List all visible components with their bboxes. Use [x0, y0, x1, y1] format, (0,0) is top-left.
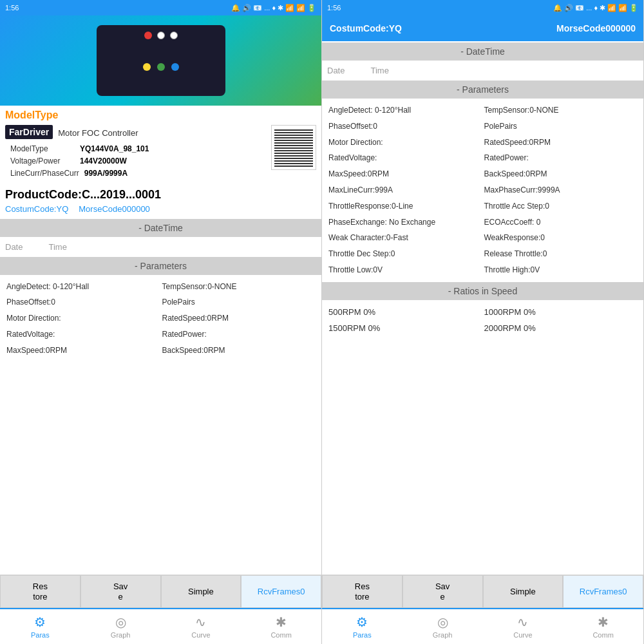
- save-btn-right[interactable]: Sav e: [402, 575, 483, 608]
- ratios-grid-right: 500RPM 0% 1000RPM 0% 1500RPM 0% 2000RPM …: [322, 301, 643, 339]
- graph-icon-right: ◎: [437, 614, 448, 630]
- left-status-icons: 🔔🔊📧... ♦✱📶📶🔋: [231, 4, 316, 12]
- date-label-right: Date: [327, 66, 345, 75]
- nav-paras-label-left: Paras: [31, 631, 50, 639]
- qr-code: [271, 125, 316, 170]
- param-cell: Release Throttle:0: [483, 246, 639, 262]
- gear-icon-left: ⚙: [34, 614, 46, 630]
- param-cell: RatedPower:: [483, 150, 639, 166]
- left-scroll-content[interactable]: ModelType FarDriver Motor FOC Controller…: [0, 106, 321, 574]
- parameters-section-left: - Parameters: [0, 257, 321, 275]
- custom-code-right: CostumCode:YQ: [330, 23, 402, 33]
- param-cell: PhaseOffset:0: [5, 294, 161, 310]
- nav-comm-label-right: Comm: [592, 631, 613, 639]
- brand-desc: Motor FOC Controller: [58, 126, 138, 138]
- param-cell: Throttle Dec Step:0: [327, 246, 483, 262]
- nav-paras-right[interactable]: ⚙ Paras: [322, 609, 402, 644]
- param-cell: MaxLineCurr:999A: [327, 182, 483, 198]
- ratio-cell: 500RPM 0%: [327, 304, 483, 320]
- nav-comm-right[interactable]: ✱ Comm: [563, 609, 643, 644]
- left-bottom-toolbar: Res tore Sav e Simple RcvFrames0: [0, 574, 321, 608]
- right-status-bar: 1:56 🔔🔊📧... ♦✱📶📶🔋: [322, 0, 643, 15]
- model-type-label: ModelType: [0, 106, 321, 122]
- nav-graph-label-right: Graph: [433, 631, 453, 639]
- nav-paras-left[interactable]: ⚙ Paras: [0, 609, 80, 644]
- parameters-section-right: - Parameters: [322, 80, 643, 99]
- param-cell: PhaseOffset:0: [327, 118, 483, 135]
- right-bottom-nav: ⚙ Paras ◎ Graph ∿ Curve ✱ Comm: [322, 608, 643, 644]
- left-bottom-nav: ⚙ Paras ◎ Graph ∿ Curve ✱ Comm: [0, 608, 321, 644]
- nav-curve-label-left: Curve: [191, 631, 210, 639]
- restore-btn-left[interactable]: Res tore: [0, 575, 80, 608]
- dot-white2: [170, 32, 178, 39]
- dot-red: [144, 32, 152, 39]
- param-cell: WeakResponse:0: [483, 230, 639, 246]
- param-cell: RatedSpeed:0RPM: [161, 310, 317, 327]
- nav-curve-label-right: Curve: [513, 631, 532, 639]
- right-header: CostumCode:YQ MorseCode000000: [322, 15, 643, 41]
- param-cell: MaxSpeed:0RPM: [327, 166, 483, 182]
- param-cell: PolePairs: [483, 118, 639, 135]
- nav-comm-label-left: Comm: [270, 631, 291, 639]
- date-time-row-left: Date Time: [0, 238, 321, 256]
- param-cell: MaxSpeed:0RPM: [5, 343, 161, 359]
- nav-paras-label-right: Paras: [353, 631, 372, 639]
- left-panel: 1:56 🔔🔊📧... ♦✱📶📶🔋 ModelType: [0, 0, 322, 644]
- nav-curve-left[interactable]: ∿ Curve: [161, 609, 242, 644]
- save-btn-left[interactable]: Sav e: [80, 575, 161, 608]
- curve-icon-right: ∿: [517, 614, 528, 630]
- graph-icon-left: ◎: [115, 614, 126, 630]
- ratio-cell: 1500RPM 0%: [327, 320, 483, 336]
- nav-graph-right[interactable]: ◎ Graph: [402, 609, 483, 644]
- restore-btn-right[interactable]: Res tore: [322, 575, 402, 608]
- param-cell: RatedSpeed:0RPM: [483, 135, 639, 151]
- morse-code-right: MorseCode000000: [556, 23, 636, 33]
- dot-blue: [171, 63, 179, 71]
- param-cell: PhaseExchange: No Exchange: [327, 214, 483, 231]
- param-cell: RatedVoltage:: [5, 327, 161, 343]
- date-label-left: Date: [5, 242, 23, 252]
- right-time: 1:56: [327, 4, 341, 12]
- bluetooth-icon-left: ✱: [276, 614, 287, 630]
- param-cell: BackSpeed:0RPM: [483, 166, 639, 182]
- param-cell: Throttle Low:0V: [327, 262, 483, 278]
- param-cell: RatedVoltage:: [327, 150, 483, 166]
- product-code: ProductCode:C...2019...0001: [0, 184, 321, 203]
- bluetooth-icon-right: ✱: [598, 614, 609, 630]
- params-grid-left: AngleDetect: 0-120°Hall TempSensor:0-NON…: [0, 276, 321, 361]
- nav-comm-left[interactable]: ✱ Comm: [241, 609, 321, 644]
- ratios-section-right: - Ratios in Speed: [322, 282, 643, 300]
- brand-box: FarDriver: [5, 125, 53, 139]
- right-scroll-content[interactable]: - DateTime Date Time - Parameters AngleD…: [322, 41, 643, 574]
- param-cell: AngleDetect: 0-120°Hall: [327, 102, 483, 118]
- nav-curve-right[interactable]: ∿ Curve: [483, 609, 564, 644]
- dot-yellow: [143, 63, 151, 71]
- nav-graph-label-left: Graph: [111, 631, 131, 639]
- morse-code-left: MorseCode000000: [79, 204, 150, 214]
- device-image: [97, 25, 225, 96]
- dot-green: [157, 63, 165, 71]
- qr-inner: [274, 128, 313, 167]
- simple-btn-left[interactable]: Simple: [161, 575, 242, 608]
- datetime-section-left: - DateTime: [0, 219, 321, 237]
- param-cell: BackSpeed:0RPM: [161, 343, 317, 359]
- dot-white: [157, 32, 165, 39]
- param-cell: PolePairs: [161, 294, 317, 310]
- connector-dots: [144, 32, 178, 39]
- params-grid-right: AngleDetect: 0-120°Hall TempSensor:0-NON…: [322, 100, 643, 281]
- simple-btn-right[interactable]: Simple: [483, 575, 564, 608]
- param-cell: Throttle High:0V: [483, 262, 639, 278]
- param-cell: MaxPhaseCurr:9999A: [483, 182, 639, 198]
- time-label-right: Time: [370, 66, 388, 75]
- nav-graph-left[interactable]: ◎ Graph: [80, 609, 161, 644]
- rcv-btn-left[interactable]: RcvFrames0: [241, 575, 321, 608]
- curve-icon-left: ∿: [195, 614, 206, 630]
- device-info: ModelTypeYQ144V0A_98_101 Voltage/Power14…: [5, 142, 154, 182]
- datetime-section-right: - DateTime: [322, 43, 643, 61]
- brand-row: FarDriver Motor FOC Controller ModelType…: [0, 122, 321, 184]
- rcv-btn-right[interactable]: RcvFrames0: [563, 575, 643, 608]
- date-time-row-right: Date Time: [322, 62, 643, 79]
- param-cell: Motor Direction:: [5, 310, 161, 327]
- gear-icon-right: ⚙: [356, 614, 368, 630]
- param-cell: TempSensor:0-NONE: [483, 102, 639, 118]
